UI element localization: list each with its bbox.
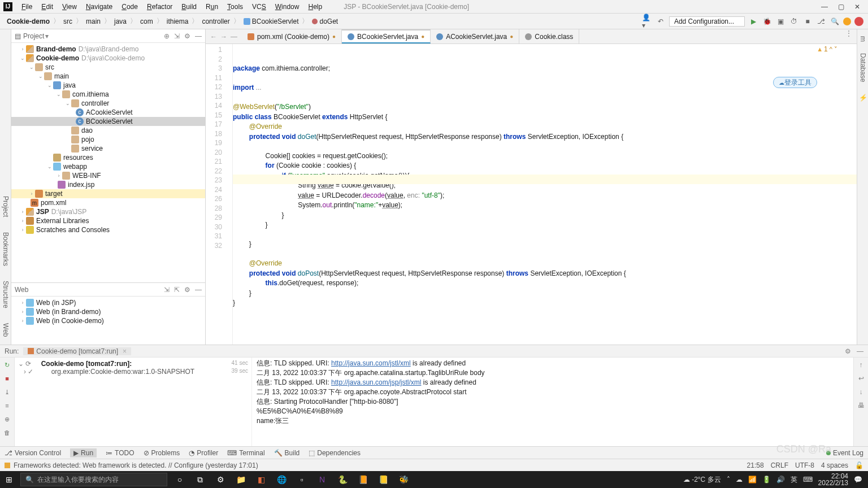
close-icon[interactable]: ✕ [854, 3, 860, 11]
debug-icon[interactable]: 🐞 [762, 16, 772, 27]
gear-icon[interactable]: ⚙ [184, 286, 190, 294]
tab-pom[interactable]: pom.xml (Cookie-demo)● [242, 29, 342, 43]
git-icon[interactable]: ⎇ [816, 16, 826, 27]
console-output[interactable]: 信息: TLD skipped. URI: http://java.sun.co… [252, 358, 853, 446]
tray-volume-icon[interactable]: 🔊 [776, 476, 785, 483]
tray-keyboard-icon[interactable]: ⌨ [803, 476, 813, 483]
side-structure[interactable]: Structure [0, 276, 11, 313]
scroll-down-icon[interactable]: ↓ [860, 388, 863, 396]
notify-icon[interactable] [843, 18, 851, 25]
tray-chevron-up-icon[interactable]: ˄ [727, 476, 730, 483]
project-tree[interactable]: ›Brand-demoD:\java\Brand-demo ⌄Cookie-de… [11, 43, 205, 282]
gear-icon[interactable]: ⚙ [184, 32, 190, 40]
task-settings[interactable]: ⚙ [210, 475, 231, 484]
task-view[interactable]: ⧉ [190, 475, 210, 485]
weather-widget[interactable]: ☁ -2°C 多云 [683, 475, 721, 485]
tool-run[interactable]: ▶ Run [70, 448, 97, 457]
menu-refactor[interactable]: Refactor [142, 0, 177, 14]
hide-icon[interactable]: — [195, 32, 202, 40]
tray-network-icon[interactable]: 📶 [748, 476, 757, 483]
side-project[interactable]: Project [0, 191, 11, 221]
hide-icon[interactable]: — [195, 286, 202, 294]
run-tree[interactable]: 41 sec⌄ ⟳ Cookie-demo [tomcat7:run]: 39 … [15, 358, 252, 446]
person-icon[interactable]: 👤▾ [642, 16, 652, 27]
task-chrome[interactable]: 🌐 [271, 475, 292, 484]
menu-view[interactable]: View [58, 0, 81, 14]
tray-notification-icon[interactable]: 💬 [854, 476, 862, 483]
nav-back-icon[interactable]: ← [210, 33, 217, 41]
tray-ime-icon[interactable]: 英 [791, 475, 797, 485]
menu-file[interactable]: File [17, 0, 37, 14]
tab-close-icon[interactable]: ● [510, 33, 513, 40]
task-app4[interactable]: 📒 [373, 475, 393, 484]
tray-battery-icon[interactable]: 🔋 [762, 476, 771, 483]
task-onenote[interactable]: N [312, 475, 332, 484]
task-cortana[interactable]: ○ [170, 475, 190, 484]
down-icon[interactable]: ⤓ [3, 388, 11, 396]
tool-todo[interactable]: ≔ TODO [106, 449, 134, 457]
side-bookmarks[interactable]: Bookmarks [0, 228, 11, 271]
soft-wrap-icon[interactable]: ↩ [858, 374, 864, 382]
expand-icon[interactable]: ⇲ [164, 286, 170, 294]
stop-icon[interactable]: ■ [802, 16, 813, 27]
menu-build[interactable]: Build [177, 0, 201, 14]
run-config-select[interactable]: Add Configuration... [669, 16, 745, 27]
task-app3[interactable]: 📙 [353, 475, 373, 484]
encoding[interactable]: UTF-8 [795, 461, 814, 469]
line-separator[interactable]: CRLF [771, 461, 788, 469]
stop-icon[interactable]: ■ [3, 374, 11, 382]
menu-edit[interactable]: Edit [37, 0, 58, 14]
tab-menu-icon[interactable]: ⋮ [841, 29, 857, 43]
tab-close-icon[interactable]: ● [332, 33, 336, 40]
maximize-icon[interactable]: ▢ [838, 3, 844, 11]
tab-close-icon[interactable]: × [123, 347, 127, 355]
trash-icon[interactable]: 🗑 [3, 429, 11, 437]
task-intellij[interactable]: ◧ [251, 475, 271, 484]
tool-terminal[interactable]: ⌨ Terminal [227, 449, 264, 457]
crumb[interactable]: com [138, 18, 155, 25]
nav-fwd-icon[interactable]: → [220, 33, 227, 41]
warning-icon[interactable] [5, 463, 10, 468]
status-message[interactable]: Frameworks detected: Web framework is de… [14, 461, 258, 469]
crumb-project[interactable]: Cookie-demo [5, 18, 52, 25]
crumb[interactable]: main [84, 18, 103, 25]
task-app2[interactable]: 🐍 [332, 475, 353, 484]
menu-tools[interactable]: Tools [223, 0, 248, 14]
tool-profiler[interactable]: ◔ Profiler [189, 449, 218, 457]
indent[interactable]: 4 spaces [821, 461, 848, 469]
crumb[interactable]: src [61, 18, 75, 25]
menu-help[interactable]: Help [303, 0, 327, 14]
tab-close-icon[interactable]: ● [421, 33, 424, 40]
print-icon[interactable]: 🖶 [858, 402, 865, 409]
rerun-icon[interactable]: ↻ [3, 361, 11, 369]
menu-run[interactable]: Run [201, 0, 223, 14]
crumb[interactable]: controller [199, 18, 232, 25]
tab-bcookie[interactable]: BCookieServlet.java● [342, 29, 431, 43]
event-log[interactable]: Event Log [826, 449, 863, 457]
tool-dependencies[interactable]: ⬚ Dependencies [309, 449, 361, 457]
expand-icon[interactable]: ⇲ [174, 32, 180, 40]
tab-acookie[interactable]: ACookieServlet.java● [431, 29, 519, 43]
filter-icon[interactable]: ≡ [3, 402, 11, 409]
side-database[interactable]: Database [857, 50, 868, 85]
coverage-icon[interactable]: ▣ [775, 16, 785, 27]
menu-window[interactable]: Window [271, 0, 304, 14]
hide-icon[interactable]: — [857, 347, 863, 355]
scroll-up-icon[interactable]: ↑ [860, 361, 863, 369]
code-editor[interactable]: 1 ^ ˅ ☁ 登录工具 123111213141517181920212223… [206, 44, 857, 345]
tool-version-control[interactable]: ⎇ Version Control [5, 449, 61, 457]
menu-navigate[interactable]: Navigate [81, 0, 117, 14]
tool-problems[interactable]: ⊘ Problems [144, 449, 180, 457]
profile-icon[interactable]: ⏱ [789, 16, 799, 27]
crumb-file[interactable]: BCookieServlet [241, 18, 301, 25]
avatar-icon[interactable] [854, 17, 863, 26]
toggle-icon[interactable]: ⊕ [3, 415, 11, 423]
tool-build[interactable]: 🔨 Build [274, 449, 300, 457]
side-maven[interactable]: m [857, 33, 868, 45]
run-icon[interactable]: ▶ [748, 16, 758, 27]
tray-clock[interactable]: 22:042022/2/13 [818, 473, 848, 486]
menu-vcs[interactable]: VCS [248, 0, 271, 14]
task-explorer[interactable]: 📁 [231, 475, 251, 484]
crumb[interactable]: java [112, 18, 129, 25]
tray-onedrive-icon[interactable]: ☁ [736, 476, 743, 483]
